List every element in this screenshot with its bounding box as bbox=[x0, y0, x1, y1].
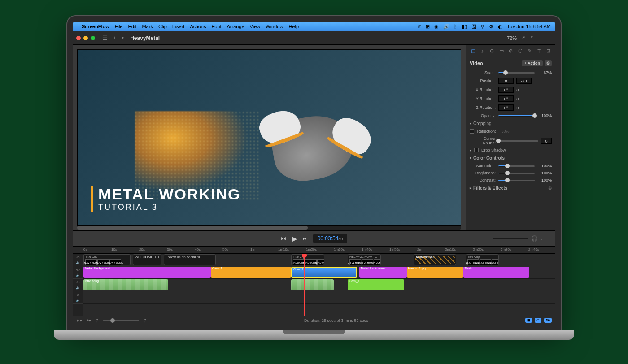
position-x-input[interactable]: 0 bbox=[498, 78, 514, 84]
share-icon[interactable]: ⇪ bbox=[530, 35, 534, 41]
snap-icon[interactable]: ⊞ bbox=[525, 318, 532, 323]
zoom-out-icon[interactable]: ⚲ bbox=[96, 318, 99, 323]
scale-slider[interactable] bbox=[498, 72, 535, 74]
menu-insert[interactable]: Insert bbox=[172, 24, 185, 29]
timeline-clip[interactable]: HELPFUL HOW-TOHELPFUL HOW-TO'SHELPFUL HO… bbox=[348, 254, 381, 265]
tab-touch-icon[interactable]: ⊘ bbox=[507, 48, 514, 54]
menu-file[interactable]: File bbox=[115, 24, 123, 29]
tab-audio-icon[interactable]: ♪ bbox=[479, 48, 486, 54]
menu-arrange[interactable]: Arrange bbox=[227, 24, 244, 29]
timeline-track-4[interactable] bbox=[83, 291, 555, 304]
add-button[interactable]: + bbox=[113, 35, 117, 41]
magnet-icon[interactable]: ⊂ bbox=[535, 318, 541, 323]
color-controls-section[interactable]: ▾Color Controls bbox=[466, 154, 555, 162]
menu-view[interactable]: View bbox=[250, 24, 261, 29]
add-action-button[interactable]: + Action bbox=[522, 60, 543, 66]
add-track-icon[interactable]: +▾ bbox=[87, 318, 91, 323]
z-rotation-dial-icon[interactable]: ◑ bbox=[516, 106, 521, 110]
cropping-section[interactable]: ▸Cropping bbox=[466, 119, 555, 128]
tab-screen-icon[interactable]: ⊙ bbox=[488, 48, 495, 54]
timeline-clip[interactable]: Follow us on social m bbox=[164, 254, 216, 265]
track-visible-icon[interactable]: 👁 bbox=[76, 293, 80, 297]
zoom-percent-label[interactable]: 72% bbox=[507, 35, 517, 41]
record-icon[interactable]: • bbox=[122, 35, 124, 41]
tab-media-icon[interactable]: ⊡ bbox=[545, 48, 552, 54]
inspector-gear-icon[interactable]: ⚙ bbox=[545, 60, 552, 66]
canvas-scrollbar[interactable] bbox=[77, 226, 461, 230]
zoom-in-icon[interactable]: ⚲ bbox=[144, 318, 147, 323]
menu-mark[interactable]: Mark bbox=[142, 24, 153, 29]
menu-help[interactable]: Help bbox=[288, 24, 299, 29]
timeline-track-3[interactable]: Intro songCam_3 bbox=[83, 279, 555, 291]
timeline-clip[interactable]: Title ClipHEAVY METALHEAVY METALHEAVY ME… bbox=[83, 254, 131, 265]
tab-callout-icon[interactable]: ▭ bbox=[498, 48, 505, 54]
timeline-track-2[interactable]: Metal-BackgroundCam_1Cam_2Metal-Backgrou… bbox=[83, 266, 555, 279]
window-close-button[interactable] bbox=[76, 36, 81, 40]
menubar-app-name[interactable]: ScreenFlow bbox=[82, 24, 109, 29]
opacity-slider[interactable] bbox=[498, 115, 535, 117]
timeline-track-1[interactable]: Title ClipHEAVY METALHEAVY METALHEAVY ME… bbox=[83, 254, 555, 266]
timeline-clip[interactable]: Cam_3 bbox=[348, 279, 404, 290]
menu-clip[interactable]: Clip bbox=[158, 24, 167, 29]
timeline-clip[interactable]: Metal-Background bbox=[359, 267, 406, 278]
window-minimize-button[interactable] bbox=[83, 36, 88, 40]
window-maximize-button[interactable] bbox=[91, 36, 95, 40]
z-rotation-input[interactable]: 0° bbox=[498, 104, 514, 111]
timeline-clip[interactable]: Hands_2.jpg bbox=[407, 267, 463, 278]
corner-round-slider[interactable] bbox=[498, 140, 538, 142]
tab-annotations-icon[interactable]: ⬡ bbox=[517, 48, 523, 54]
timeline-clip[interactable]: Cam_1 bbox=[211, 267, 291, 278]
bluetooth-icon[interactable]: ᛒ bbox=[454, 24, 457, 29]
track-visible-icon[interactable]: 👁 bbox=[76, 256, 80, 260]
control-center-icon[interactable]: ⚙ bbox=[489, 24, 493, 30]
track-visible-icon[interactable]: 👁 bbox=[76, 281, 80, 285]
tab-text2-icon[interactable]: T bbox=[536, 48, 542, 54]
tab-video-icon[interactable]: ▢ bbox=[470, 48, 476, 54]
x-rotation-input[interactable]: 0° bbox=[498, 87, 514, 93]
timeline-clip[interactable]: Metal-Background bbox=[83, 267, 211, 278]
track-visible-icon[interactable]: 👁 bbox=[76, 268, 80, 272]
timeline-clip[interactable]: Title ClipMETAL WORKINGMETAL WORKINGMETA… bbox=[291, 254, 324, 265]
playhead[interactable] bbox=[304, 254, 305, 316]
camera-icon[interactable]: ⎚ bbox=[418, 24, 421, 29]
fps-badge[interactable]: 30 bbox=[544, 318, 552, 323]
crop-icon[interactable]: ⤢ bbox=[521, 35, 525, 41]
track-audio-icon[interactable]: 🔈 bbox=[76, 286, 80, 290]
menubar-datetime[interactable]: Tue Jun 15 8:54 AM bbox=[507, 24, 551, 29]
timeline-clip[interactable]: Annotations bbox=[414, 254, 456, 265]
corner-round-value[interactable]: 0 bbox=[541, 138, 552, 144]
volume-icon[interactable]: 🔊 bbox=[443, 24, 449, 30]
timeline-clip[interactable]: Tools bbox=[463, 267, 529, 278]
dropbox-icon[interactable]: ⊞ bbox=[426, 24, 430, 30]
saturation-slider[interactable] bbox=[498, 165, 535, 167]
menu-actions[interactable]: Actions bbox=[190, 24, 206, 29]
menu-window[interactable]: Window bbox=[266, 24, 283, 29]
add-filter-icon[interactable]: ⊕ bbox=[548, 186, 552, 191]
filters-effects-section[interactable]: ▸Filters & Effects⊕ bbox=[466, 184, 555, 192]
sidebar-toggle-icon[interactable]: ☰ bbox=[102, 35, 108, 41]
timeline-zoom-slider[interactable] bbox=[103, 320, 139, 321]
pointer-tool-icon[interactable]: ➤▾ bbox=[76, 318, 82, 323]
track-audio-icon[interactable]: 🔈 bbox=[76, 260, 80, 264]
menu-font[interactable]: Font bbox=[211, 24, 221, 29]
position-y-input[interactable]: -73 bbox=[516, 78, 532, 84]
tab-text-icon[interactable]: ✎ bbox=[526, 48, 533, 54]
skip-forward-button[interactable]: ⏭ bbox=[302, 235, 308, 242]
timeline-ruler[interactable]: 0s 10s 20s 30s 40s 50s 1m 1m10s 1m20s 1m… bbox=[73, 247, 555, 254]
drop-shadow-checkbox[interactable] bbox=[474, 148, 479, 152]
contrast-slider[interactable] bbox=[498, 180, 535, 181]
wifi-icon[interactable]: ⚿ bbox=[471, 24, 476, 29]
inspector-toggle-icon[interactable]: ☰ bbox=[547, 35, 552, 41]
timeline-clip[interactable]: Intro song bbox=[83, 279, 168, 290]
x-rotation-dial-icon[interactable]: ◑ bbox=[516, 88, 521, 92]
brightness-slider[interactable] bbox=[498, 173, 535, 174]
menu-edit[interactable]: Edit bbox=[128, 24, 136, 29]
timeline-clip[interactable]: WELCOME TO THE bbox=[133, 254, 161, 265]
creative-cloud-icon[interactable]: ◉ bbox=[434, 24, 439, 30]
skip-back-button[interactable]: ⏮ bbox=[281, 235, 286, 242]
timeline-clip[interactable]: Title ClipTOOLS OF THE TRADETOOLS OF THE… bbox=[466, 254, 499, 265]
battery-icon[interactable]: ▮▯ bbox=[462, 24, 467, 30]
headphone-icon[interactable]: 🎧 bbox=[531, 235, 538, 242]
y-rotation-dial-icon[interactable]: ◑ bbox=[516, 97, 521, 101]
track-audio-icon[interactable]: 🔈 bbox=[76, 298, 80, 302]
